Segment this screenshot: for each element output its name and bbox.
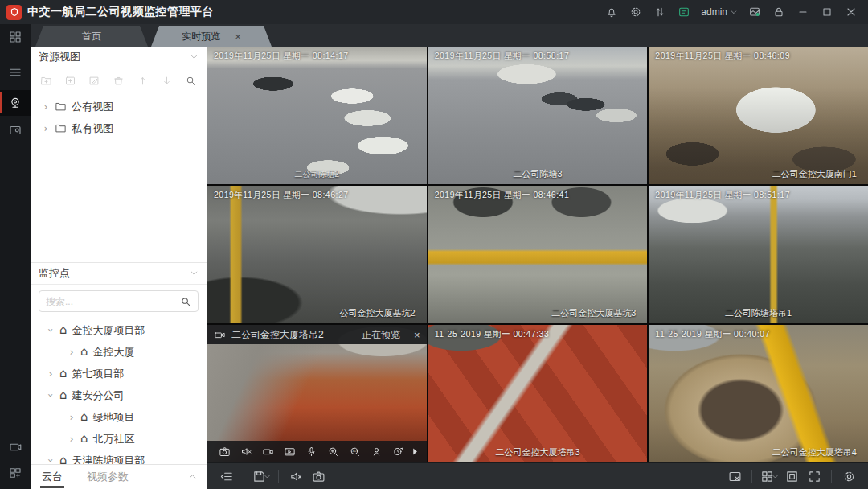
add-view-icon[interactable] [64, 75, 76, 87]
audio-mute-icon[interactable] [235, 442, 257, 462]
message-status-icon[interactable] [674, 2, 694, 22]
instant-playback-icon[interactable] [279, 442, 301, 462]
mute-all-button[interactable] [285, 466, 307, 487]
search-icon[interactable] [185, 75, 197, 87]
preset-position-icon[interactable] [366, 442, 387, 462]
apps-menu-button[interactable] [0, 24, 31, 50]
video-timestamp: 2019年11月25日 星期一 08:14:17 [214, 51, 349, 62]
admin-user-menu[interactable]: admin [698, 6, 741, 18]
chevron-down-icon[interactable]: › [45, 325, 57, 336]
video-tile-6[interactable]: 2019年11月25日 星期一 08:51:17 二公司陈塘塔吊1 [649, 186, 868, 323]
more-tools-chevron-icon[interactable] [409, 442, 420, 462]
video-caption: 二公司金控大厦南门1 [649, 168, 868, 180]
add-group-folder-icon[interactable] [40, 75, 52, 87]
chevron-down-icon[interactable]: › [45, 455, 57, 465]
home-icon: ⌂ [59, 454, 68, 464]
chevron-right-icon[interactable]: › [66, 433, 77, 445]
tile-title: 二公司金控大厦塔吊2 [231, 328, 324, 342]
tree-item-private-views[interactable]: › 私有视图 [31, 117, 207, 139]
tile-close-icon[interactable]: × [414, 329, 420, 341]
video-timestamp: 2019年11月25日 星期一 08:46:09 [655, 51, 790, 62]
capture-status-icon[interactable] [744, 2, 765, 22]
video-wall-button[interactable] [0, 434, 31, 460]
camera-icon [214, 329, 226, 341]
resource-view-panel: 资源视图 [31, 47, 207, 262]
folder-icon [55, 101, 67, 113]
search-input[interactable] [46, 296, 180, 307]
app-window: 中交一航局二公司视频监控管理平台 admin [0, 0, 868, 489]
video-tile-1[interactable]: 2019年11月25日 星期一 08:14:17 二公司陈塘2 [207, 47, 427, 184]
search-box [39, 290, 199, 312]
tree-item-public-views[interactable]: › 公有视图 [31, 96, 207, 117]
tab-ptz[interactable]: 云台 [40, 465, 64, 489]
playback-button[interactable] [0, 117, 31, 143]
tab-home[interactable]: 首页 [35, 26, 148, 47]
chevron-right-icon[interactable]: › [66, 346, 77, 358]
video-tile-7-selected[interactable]: 二公司金控大厦塔吊2 正在预览 × 3D [207, 325, 427, 462]
move-down-icon[interactable] [161, 75, 173, 87]
settings-gear-button[interactable] [837, 466, 860, 487]
chevron-right-icon[interactable]: › [45, 368, 56, 380]
video-tile-3[interactable]: 2019年11月25日 星期一 08:46:09 二公司金控大厦南门1 [649, 47, 868, 184]
tab-close-icon[interactable]: × [235, 31, 241, 43]
video-tile-5[interactable]: 2019年11月25日 星期一 08:46:41 二公司金控大厦基坑3 [428, 186, 648, 323]
expand-chevron-up-icon[interactable] [188, 470, 197, 484]
tree-item-site[interactable]: › ⌂ 北万社区 [31, 428, 207, 450]
collapse-chevron-icon[interactable] [190, 50, 199, 64]
tree-item-site[interactable]: › ⌂ 金控大厦项目部 [31, 319, 207, 341]
tree-item-site[interactable]: › ⌂ 天津陈塘项目部 [31, 450, 207, 464]
save-view-button[interactable] [250, 466, 272, 487]
video-frame [428, 186, 648, 323]
list-menu-button[interactable] [0, 60, 31, 85]
document-tab-bar: 首页 实时预览 × [31, 24, 868, 47]
video-frame [649, 47, 868, 184]
zoom-3d-icon[interactable]: 3D [344, 442, 366, 462]
video-frame [207, 47, 427, 184]
tree-item-site[interactable]: › ⌂ 第七项目部 [31, 363, 207, 384]
video-tile-4[interactable]: 2019年11月25日 星期一 08:46:27 公司金控大厦基坑2 [207, 186, 427, 323]
fullscreen-button[interactable] [803, 466, 825, 487]
digital-zoom-icon[interactable] [322, 442, 344, 462]
tree-item-site[interactable]: › ⌂ 金控大厦 [31, 341, 207, 363]
maximize-button[interactable] [817, 2, 837, 22]
microphone-icon[interactable] [301, 442, 322, 462]
video-tile-8[interactable]: 11-25-2019 星期一 00:47:33 二公司金控大厦塔吊3 [428, 325, 648, 462]
collapse-chevron-icon[interactable] [190, 266, 199, 281]
chevron-down-icon[interactable]: › [45, 390, 57, 401]
chevron-right-icon[interactable]: › [40, 101, 51, 113]
screen-layout-button[interactable] [758, 466, 780, 487]
single-screen-button[interactable] [780, 466, 803, 487]
chevron-right-icon[interactable]: › [66, 411, 77, 423]
collapse-panel-icon[interactable] [215, 466, 238, 487]
close-button[interactable] [841, 2, 862, 22]
video-tile-9[interactable]: 11-25-2019 星期一 00:40:07 二公司金控大厦塔吊4 [649, 325, 868, 462]
video-caption: 二公司金控大厦塔吊4 [649, 446, 868, 458]
minimize-button[interactable] [792, 2, 813, 22]
tab-live-preview[interactable]: 实时预览 × [151, 26, 272, 47]
tree-item-site[interactable]: › ⌂ 绿地项目 [31, 406, 207, 428]
delete-trash-icon[interactable] [113, 75, 125, 87]
search-icon[interactable] [180, 296, 191, 307]
ptz-control-icon[interactable] [387, 442, 409, 462]
chevron-right-icon[interactable]: › [40, 122, 51, 134]
tree-item-site[interactable]: › ⌂ 建安分公司 [31, 384, 207, 406]
move-up-icon[interactable] [137, 75, 149, 87]
monitor-panel-title: 监控点 [39, 266, 70, 281]
video-timestamp: 2019年11月25日 星期一 08:46:27 [214, 190, 349, 201]
close-all-screens-button[interactable] [723, 466, 746, 487]
notification-bell-icon[interactable] [601, 2, 622, 22]
network-traffic-icon[interactable] [649, 2, 670, 22]
lock-icon[interactable] [768, 2, 789, 22]
snapshot-icon[interactable] [214, 442, 235, 462]
snapshot-all-button[interactable] [307, 466, 330, 487]
edit-icon[interactable] [88, 75, 100, 87]
record-icon[interactable] [257, 442, 279, 462]
video-tile-2[interactable]: 2019年11月25日 星期一 08:58:17 二公司陈塘3 [428, 47, 648, 184]
video-frame [428, 325, 648, 462]
settings-gear-icon[interactable] [625, 2, 646, 22]
screen-layout-button[interactable] [0, 460, 31, 486]
video-caption: 公司金控大厦基坑2 [207, 307, 427, 319]
live-view-button[interactable] [0, 90, 31, 116]
tab-video-params[interactable]: 视频参数 [85, 465, 130, 489]
video-timestamp: 11-25-2019 星期一 00:40:07 [655, 329, 770, 340]
